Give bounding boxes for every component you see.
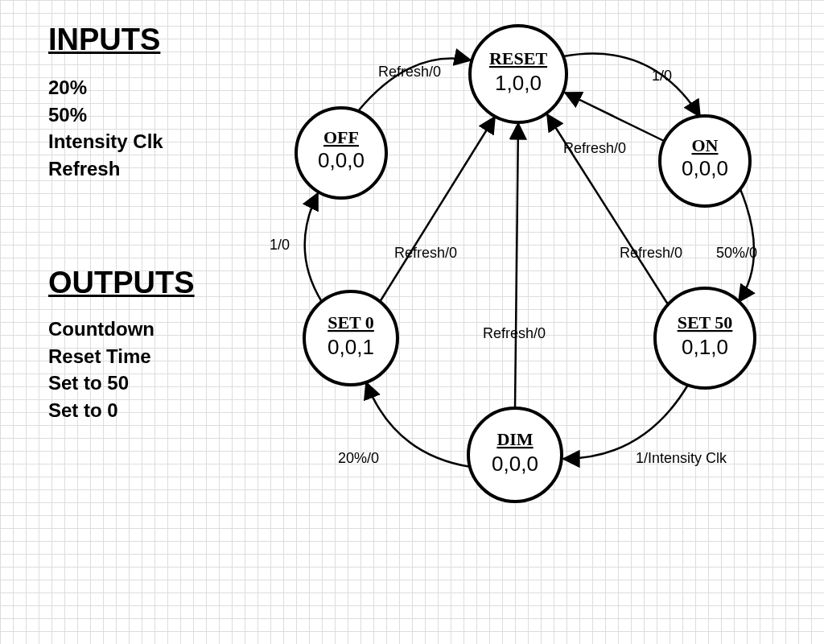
svg-text:SET 0: SET 0 bbox=[328, 312, 374, 332]
edge-label: Refresh/0 bbox=[378, 64, 441, 80]
svg-text:1,0,0: 1,0,0 bbox=[495, 71, 542, 95]
edge-label: Refresh/0 bbox=[620, 245, 682, 261]
svg-text:ON: ON bbox=[692, 135, 719, 155]
edge-set50-dim bbox=[563, 385, 688, 459]
state-diagram: 1/0 Refresh/0 50%/0 Refresh/0 1/Intensit… bbox=[0, 0, 824, 644]
svg-text:0,0,1: 0,0,1 bbox=[328, 335, 374, 359]
state-set0: SET 0 0,0,1 bbox=[304, 291, 398, 385]
edge-label: 20%/0 bbox=[338, 450, 379, 466]
svg-text:SET 50: SET 50 bbox=[678, 312, 733, 332]
edge-on-reset bbox=[565, 93, 664, 141]
state-dim: DIM 0,0,0 bbox=[468, 408, 562, 502]
edge-label: 1/0 bbox=[652, 68, 672, 84]
edge-label: Refresh/0 bbox=[483, 325, 546, 341]
edge-label: 50%/0 bbox=[716, 245, 757, 261]
state-reset: RESET 1,0,0 bbox=[470, 26, 566, 122]
state-set50: SET 50 0,1,0 bbox=[655, 288, 755, 388]
edge-dim-reset bbox=[515, 123, 518, 408]
svg-text:RESET: RESET bbox=[489, 48, 547, 68]
edge-reset-on bbox=[563, 54, 700, 117]
edge-set0-reset bbox=[380, 117, 495, 302]
state-on: ON 0,0,0 bbox=[660, 116, 750, 206]
edge-label: Refresh/0 bbox=[394, 245, 457, 261]
svg-text:0,1,0: 0,1,0 bbox=[682, 335, 728, 359]
edge-set0-off bbox=[305, 193, 322, 302]
edge-label: 1/Intensity Clk bbox=[636, 450, 727, 466]
edge-label: 1/0 bbox=[270, 237, 290, 253]
svg-text:OFF: OFF bbox=[323, 127, 359, 147]
svg-text:0,0,0: 0,0,0 bbox=[318, 148, 365, 172]
state-off: OFF 0,0,0 bbox=[296, 108, 386, 198]
svg-text:DIM: DIM bbox=[496, 429, 533, 449]
svg-text:0,0,0: 0,0,0 bbox=[682, 156, 728, 180]
edge-dim-set0 bbox=[366, 382, 471, 467]
svg-text:0,0,0: 0,0,0 bbox=[492, 452, 538, 476]
